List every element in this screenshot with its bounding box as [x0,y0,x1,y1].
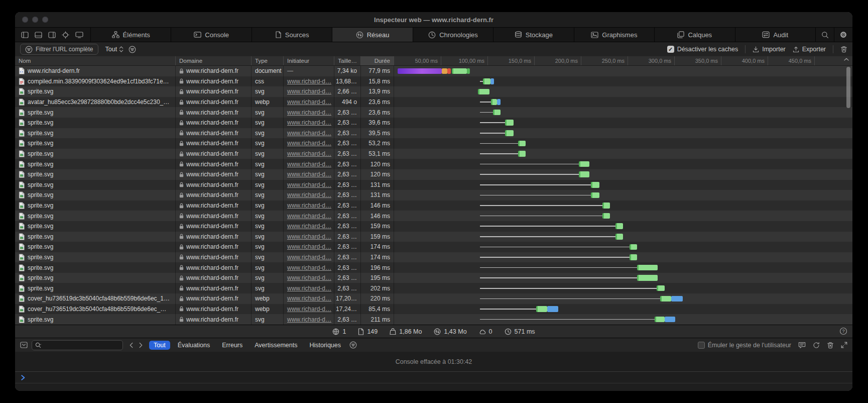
table-row[interactable]: sprite.svgwww.richard-dern.frsvgwww.rich… [15,314,852,325]
table-row[interactable]: sprite.svgwww.richard-dern.frsvgwww.rich… [15,211,852,221]
tab-console[interactable]: Console [171,28,251,42]
table-row[interactable]: avatar_hu85ecc3e298728880b0bde2dcc4e5c23… [15,97,852,108]
help-icon[interactable]: ? [839,327,847,335]
tab-layers[interactable]: Calques [654,28,734,42]
dock-left-icon[interactable] [21,32,29,38]
column-header-taille[interactable]: Taille… [334,56,361,65]
export-button[interactable]: Exporter [793,46,826,53]
table-row[interactable]: sprite.svgwww.richard-dern.frsvgwww.rich… [15,273,852,283]
initiator-link[interactable]: www.richard-d… [287,171,331,178]
initiator-link[interactable]: www.richard-d… [287,181,331,188]
console-filter-avertissements[interactable]: Avertissements [250,341,302,350]
column-header-nom[interactable]: Nom [15,56,176,65]
initiator-link[interactable]: www.richard-d… [287,316,331,323]
console-drawer-icon[interactable] [20,342,28,348]
initiator-link[interactable]: www.richard-d… [287,130,331,137]
table-row[interactable]: sprite.svgwww.richard-dern.frsvgwww.rich… [15,252,852,263]
initiator-link[interactable]: www.richard-d… [287,98,331,106]
search-button[interactable] [815,28,834,42]
initiator-link[interactable]: www.richard-d… [287,285,331,292]
column-header-duree[interactable]: Durée [361,56,394,65]
table-row[interactable]: sprite.svgwww.richard-dern.frsvgwww.rich… [15,221,852,232]
table-row[interactable]: sprite.svgwww.richard-dern.frsvgwww.rich… [15,159,852,169]
console-messages-icon[interactable] [798,342,806,349]
disable-caches-checkbox[interactable]: ✓ Désactiver les caches [667,46,738,53]
minimize-window-button[interactable] [32,17,38,23]
zoom-window-button[interactable] [42,17,48,23]
column-header-initiateur[interactable]: Initiateur [284,56,334,65]
import-button[interactable]: Importer [753,46,786,53]
initiator-link[interactable]: www.richard-d… [287,254,331,261]
table-row[interactable]: sprite.svgwww.richard-dern.frsvgwww.rich… [15,200,852,211]
initiator-link[interactable]: www.richard-d… [287,243,331,250]
device-icon[interactable] [75,32,83,38]
tab-elements[interactable]: Éléments [90,28,171,42]
initiator-link[interactable]: www.richard-d… [287,233,331,240]
table-row[interactable]: cover_hu736519dc3b5040cfa48b6b559b6de6ec… [15,304,852,315]
console-search-input[interactable] [32,340,123,350]
console-filter-historiques[interactable]: Historiques [305,341,345,350]
resource-type-dropdown[interactable]: Tout [105,46,124,53]
initiator-link[interactable]: www.richard-d… [287,109,331,116]
tab-storage[interactable]: Stockage [493,28,573,42]
initiator-link[interactable]: www.richard-d… [287,150,331,157]
clear-console-icon[interactable] [813,342,820,349]
initiator-link[interactable]: www.richard-d… [287,119,331,126]
table-row[interactable]: sprite.svgwww.richard-dern.frsvgwww.rich… [15,283,852,293]
initiator-link[interactable]: www.richard-d… [287,295,331,302]
table-row[interactable]: sprite.svgwww.richard-dern.frsvgwww.rich… [15,138,852,149]
chevron-up-icon[interactable] [844,58,849,61]
initiator-link[interactable]: www.richard-d… [287,306,331,313]
dock-right-icon[interactable] [48,32,56,38]
clear-network-items-icon[interactable] [840,46,847,53]
table-row[interactable]: www.richard-dern.frwww.richard-dern.frdo… [15,66,852,76]
tab-network[interactable]: Réseau [332,28,412,42]
table-row[interactable]: sprite.svgwww.richard-dern.frsvgwww.rich… [15,128,852,139]
console-prompt[interactable] [15,372,852,383]
table-row[interactable]: cover_hu736519dc3b5040cfa48b6b559b6de6ec… [15,293,852,304]
emulate-user-gesture-checkbox[interactable]: Émuler le geste de l'utilisateur [698,342,791,349]
table-row[interactable]: sprite.svgwww.richard-dern.frsvgwww.rich… [15,232,852,242]
column-header-type[interactable]: Type [252,56,284,65]
settings-button[interactable] [834,28,852,42]
console-filter-évaluations[interactable]: Évaluations [173,341,215,350]
table-row[interactable]: compiled.min.38390909f303624ed9e1cf1bd3f… [15,76,852,87]
table-row[interactable]: sprite.svgwww.richard-dern.frsvgwww.rich… [15,180,852,190]
expand-console-icon[interactable] [841,342,847,348]
initiator-link[interactable]: www.richard-d… [287,140,331,147]
console-filter-tout[interactable]: Tout [149,341,170,350]
initiator-link[interactable]: www.richard-d… [287,202,331,209]
tab-timelines[interactable]: Chronologies [413,28,493,42]
initiator-link[interactable]: www.richard-d… [287,161,331,168]
initiator-link[interactable]: www.richard-d… [287,213,331,220]
console-filter-erreurs[interactable]: Erreurs [217,341,247,350]
table-row[interactable]: sprite.svgwww.richard-dern.frsvgwww.rich… [15,118,852,128]
next-result-button[interactable] [139,342,143,348]
filter-options-icon[interactable] [129,46,136,53]
initiator-link[interactable]: www.richard-d… [287,191,331,198]
initiator-link[interactable]: www.richard-d… [287,88,331,95]
dock-bottom-icon[interactable] [35,32,42,38]
initiator-link[interactable]: www.richard-d… [287,274,331,281]
previous-result-button[interactable] [129,342,134,348]
inspect-element-icon[interactable] [62,31,69,39]
trash-icon[interactable] [827,342,834,349]
table-row[interactable]: sprite.svgwww.richard-dern.frsvgwww.rich… [15,242,852,252]
table-row[interactable]: sprite.svgwww.richard-dern.frsvgwww.rich… [15,107,852,118]
column-header-domaine[interactable]: Domaine [176,56,252,65]
filter-url-button[interactable]: Filtrer l'URL complète [20,44,98,55]
tab-sources[interactable]: Sources [252,28,332,42]
tab-graphics[interactable]: Graphismes [574,28,654,42]
close-window-button[interactable] [22,17,28,23]
table-row[interactable]: sprite.svgwww.richard-dern.frsvgwww.rich… [15,190,852,200]
console-filter-icon[interactable] [349,341,357,349]
table-row[interactable]: sprite.svgwww.richard-dern.frsvgwww.rich… [15,262,852,273]
initiator-link[interactable]: www.richard-d… [287,223,331,230]
table-row[interactable]: sprite.svgwww.richard-dern.frsvgwww.rich… [15,86,852,97]
initiator-link[interactable]: www.richard-d… [287,78,331,85]
vertical-scrollbar-thumb[interactable] [846,67,850,108]
table-row[interactable]: sprite.svgwww.richard-dern.frsvgwww.rich… [15,149,852,159]
initiator-link[interactable]: www.richard-d… [287,264,331,271]
table-row[interactable]: sprite.svgwww.richard-dern.frsvgwww.rich… [15,169,852,180]
tab-audit[interactable]: Audit [735,28,815,42]
